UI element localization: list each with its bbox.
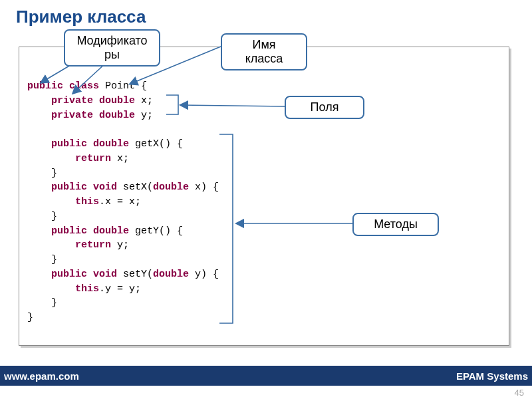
code-text: setY( — [117, 269, 153, 280]
code-text: .y = y; — [99, 283, 141, 295]
callout-methods: Методы — [352, 213, 439, 236]
code-kw: double — [153, 269, 189, 280]
callout-fields: Поля — [285, 96, 364, 119]
code-text: y; — [135, 110, 153, 121]
code-kw: this — [27, 196, 99, 207]
callout-classname: Имя класса — [221, 33, 307, 70]
code-kw: double — [153, 182, 189, 193]
code-kw: public double — [27, 225, 129, 237]
code-text: } — [27, 297, 57, 309]
code-text: getX() { — [129, 138, 183, 150]
code-text: } — [27, 254, 57, 265]
code-text: } — [27, 211, 57, 222]
code-text: } — [27, 168, 57, 179]
code-text: y; — [111, 239, 129, 251]
code-text: getY() { — [129, 225, 183, 237]
footer-url: www.epam.com — [4, 370, 79, 382]
code-kw: return — [27, 153, 111, 164]
code-text: x; — [111, 153, 129, 164]
code-text: Point { — [99, 80, 147, 92]
code-kw: private double — [27, 95, 135, 106]
code-kw: public class — [27, 80, 99, 92]
code-text: y) { — [189, 269, 219, 280]
footer-bar: www.epam.com EPAM Systems — [0, 366, 532, 386]
slide-title: Пример класса — [0, 0, 532, 30]
code-kw: public double — [27, 138, 129, 150]
code-kw: private double — [27, 110, 135, 121]
code-kw: public void — [27, 182, 117, 193]
callout-modifiers: Модификато ры — [64, 29, 160, 66]
code-text: x; — [135, 95, 153, 106]
footer-company: EPAM Systems — [456, 370, 528, 382]
code-text: setX( — [117, 182, 153, 193]
page-number: 45 — [515, 388, 524, 398]
code-block: public class Point { private double x; p… — [19, 47, 509, 346]
code-kw: this — [27, 283, 99, 295]
code-text: .x = x; — [99, 196, 141, 207]
code-text: x) { — [189, 182, 219, 193]
code-kw: public void — [27, 269, 117, 280]
code-kw: return — [27, 239, 111, 251]
code-text: } — [27, 312, 33, 323]
